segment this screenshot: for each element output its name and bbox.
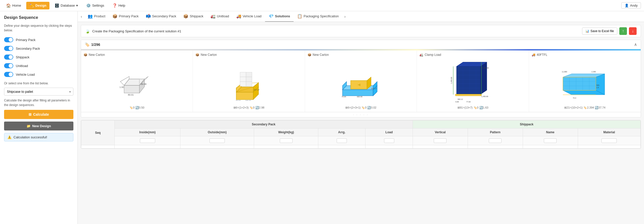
toggle-secondary-pack-label: Secondary Pack xyxy=(16,47,40,50)
nav-help[interactable]: ❓ Help xyxy=(109,2,128,9)
svg-text:69.09: 69.09 xyxy=(141,83,147,85)
th-material-input xyxy=(578,136,640,145)
inside-filter-input[interactable] xyxy=(140,138,155,143)
user-icon: 👤 xyxy=(625,4,629,7)
nav-database[interactable]: 🗄️ Database ▾ xyxy=(51,2,81,9)
cell-empty8 xyxy=(468,145,523,149)
toggle-shippack: Shippack xyxy=(4,55,73,60)
viz-cell-4-header: 🚛 Clamp Load xyxy=(419,53,441,57)
design-icon: ✏️ xyxy=(29,3,34,8)
svg-text:207.27: 207.27 xyxy=(371,87,377,90)
svg-rect-63 xyxy=(563,77,596,90)
svg-text:80.01: 80.01 xyxy=(128,94,134,96)
toggle-primary-pack-label: Primary Pack xyxy=(16,38,35,42)
collapse-icon[interactable]: ∧ xyxy=(634,42,637,47)
calculate-button[interactable]: ⊞ Calculate xyxy=(4,110,73,119)
spec-icon: 🍃 xyxy=(85,29,90,34)
name-filter-input[interactable] xyxy=(544,138,557,143)
th-vertical: Vertical xyxy=(413,128,468,136)
nav-settings[interactable]: ⚙️ Settings xyxy=(83,2,107,9)
outside-filter-input[interactable] xyxy=(209,138,225,143)
viz-cell-3-header: 📦 New Carton xyxy=(308,53,329,57)
tab-left-arrow[interactable]: ‹ xyxy=(79,14,84,20)
tab-primary-pack[interactable]: 📦 Primary Pack xyxy=(109,11,142,22)
home-icon: 🏠 xyxy=(6,3,11,8)
th-secondary-pack: Secondary Pack xyxy=(114,121,413,128)
tab-secondary-pack[interactable]: 📫 Secondary Pack xyxy=(142,11,180,22)
action-bar-left: 🍃 Create the Packaging Specification of … xyxy=(85,29,181,34)
th-arrg-input xyxy=(318,136,365,145)
svg-text:1,450.89: 1,450.89 xyxy=(481,96,488,97)
toggle-vehicle-load: Vehicle Load xyxy=(4,72,73,77)
unitload-tab-icon: 🚛 xyxy=(211,14,216,19)
save-excel-button[interactable]: 📊 Save to Excel file xyxy=(582,28,617,35)
content-area: ‹ 👥 Product 📦 Primary Pack 📫 Secondary P… xyxy=(78,11,644,224)
shippack-tab-icon: 📦 xyxy=(183,14,188,19)
toggle-shippack-label: Shippack xyxy=(16,55,29,59)
tab-bar: ‹ 👥 Product 📦 Primary Pack 📫 Secondary P… xyxy=(78,11,644,22)
svg-text:1,450.89: 1,450.89 xyxy=(451,77,453,84)
load-filter-input[interactable] xyxy=(384,138,394,143)
sidebar-description: Define your design sequence by clicking … xyxy=(4,23,73,33)
settings-icon: ⚙️ xyxy=(86,3,91,8)
toggle-unitload: Unitload xyxy=(4,63,73,68)
toggle-secondary-pack-switch[interactable] xyxy=(4,46,13,51)
cell-empty6 xyxy=(365,145,413,149)
svg-rect-20 xyxy=(246,72,252,77)
svg-text:⊣: ⊣ xyxy=(358,83,360,86)
viz-cell-4-image: 1,199.42 1,450.89 1,450.89 960.12 9.89 7… xyxy=(419,59,526,104)
nav-home[interactable]: 🏠 Home xyxy=(3,2,24,9)
toggle-unitload-switch[interactable] xyxy=(4,63,13,68)
pattern-filter-input[interactable] xyxy=(489,138,502,143)
svg-rect-17 xyxy=(240,77,246,82)
nav-design[interactable]: ✏️ Design xyxy=(26,2,49,9)
scroll-up-button[interactable]: ↑ xyxy=(619,27,627,35)
svg-text:1.9: 1.9 xyxy=(596,87,599,88)
svg-text:74.4: 74.4 xyxy=(573,97,576,99)
tab-unitload[interactable]: 🚛 Unitload xyxy=(207,11,233,22)
select-subtext: Or select one from the list below. xyxy=(4,82,73,85)
table-wrapper: Seq Secondary Pack Shippack Inside(mm) O… xyxy=(81,120,641,149)
design-sequence-select[interactable]: Shipcase to pallet Bottle to pallet Can … xyxy=(4,88,73,96)
new-design-button[interactable]: 📁 New Design xyxy=(4,122,73,130)
viz-cell-1-header: 📦 New Carton xyxy=(84,53,105,57)
weight-filter-input[interactable] xyxy=(280,138,293,143)
tab-packaging-spec[interactable]: 📋 Packaging Specification xyxy=(294,11,342,22)
th-material: Material xyxy=(578,128,640,136)
viz-cell-2: 📦 New Carton xyxy=(193,50,305,112)
product-tab-icon: 👥 xyxy=(88,14,93,19)
th-weight-kg: Weight(kg) xyxy=(254,128,318,136)
th-name-input xyxy=(523,136,578,145)
svg-rect-18 xyxy=(246,77,252,82)
tab-shippack[interactable]: 📦 Shippack xyxy=(180,11,207,22)
material-filter-input[interactable] xyxy=(601,138,617,143)
svg-text:11.860: 11.860 xyxy=(562,71,567,73)
sidebar-title: Design Sequence xyxy=(4,15,73,20)
svg-rect-16 xyxy=(246,82,252,86)
user-button[interactable]: 👤 Andy xyxy=(621,2,641,9)
tab-solutions[interactable]: 💎 Solutions xyxy=(265,11,294,22)
toggle-vehicle-load-switch[interactable] xyxy=(4,72,13,77)
tab-product[interactable]: 👥 Product xyxy=(84,11,109,22)
cell-empty4 xyxy=(254,145,318,149)
data-table: Seq Secondary Pack Shippack Inside(mm) O… xyxy=(81,120,641,149)
toggle-primary-pack-switch[interactable] xyxy=(4,37,13,42)
viz-cell-4-footer: ⊞91=(13×7) 🏷️0 🔄1.63 xyxy=(457,106,488,109)
secondary-pack-tab-icon: 📫 xyxy=(146,14,151,19)
cell1-icon: 📦 xyxy=(84,53,87,57)
packaging-spec-tab-icon: 📋 xyxy=(297,14,302,19)
tab-vehicle-load[interactable]: 🚚 Vehicle Load xyxy=(233,11,265,22)
table-section: Seq Secondary Pack Shippack Inside(mm) O… xyxy=(81,120,641,149)
tab-right-arrow[interactable]: › xyxy=(342,14,348,20)
viz-cell-2-footer: ⊞6=(1×2×3) 🏷️0 🔄2.98 xyxy=(233,106,265,109)
vertical-filter-input[interactable] xyxy=(434,138,446,143)
arrg-filter-input[interactable] xyxy=(337,138,347,143)
th-pattern-input xyxy=(468,136,523,145)
viz-cell-5-footer: ⊞21=(10×2×1) 🏷️2.394 🔄37.74 xyxy=(564,106,605,109)
toggle-shippack-switch[interactable] xyxy=(4,55,13,60)
warning-icon: ⚠️ xyxy=(7,135,11,139)
svg-text:509.: 509. xyxy=(596,84,600,86)
scroll-down-button[interactable]: ↓ xyxy=(629,27,637,35)
svg-text:1.92: 1.92 xyxy=(120,86,124,88)
viz-cell-3: 📦 New Carton xyxy=(305,50,417,112)
